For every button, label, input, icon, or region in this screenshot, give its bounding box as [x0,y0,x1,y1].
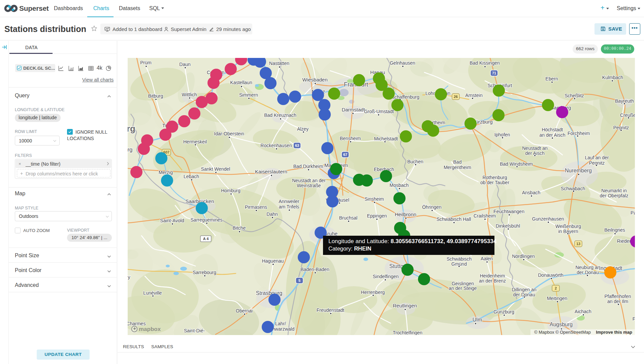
svg-text:Lunéville: Lunéville [143,290,162,296]
svg-text:Kulmbach: Kulmbach [602,75,623,80]
svg-text:mapbox: mapbox [139,326,161,332]
svg-text:Wittlich: Wittlich [182,92,197,97]
svg-text:Ansbach: Ansbach [522,190,540,195]
svg-text:rg: rg [128,124,135,134]
svg-text:Ulm: Ulm [473,317,482,323]
svg-text:Bitburg: Bitburg [148,93,163,99]
svg-text:Aichach: Aichach [575,309,591,314]
svg-text:Charmes: Charmes [128,321,146,326]
svg-text:Weinstraße: Weinstraße [297,183,321,188]
svg-text:Meitingen: Meitingen [547,296,568,301]
svg-text:an der Aisch: an der Aisch [539,132,565,138]
svg-text:Freudenstadt: Freudenstadt [317,307,345,313]
svg-text:Weißenburg: Weißenburg [555,224,581,229]
svg-text:© Mapbox © OpenStreetMap: © Mapbox © OpenStreetMap [534,330,591,335]
svg-text:Augsburg: Augsburg [550,322,573,327]
svg-text:Michelstadt: Michelstadt [374,136,398,141]
svg-text:an der Ilm: an der Ilm [607,299,628,304]
svg-text:Lebach: Lebach [184,174,199,179]
svg-text:Sinsheim: Sinsheim [364,196,384,202]
svg-text:Reutlingen: Reutlingen [393,303,417,308]
svg-text:5: 5 [298,278,300,283]
svg-text:y: y [128,274,130,280]
svg-text:Neustadt an: Neustadt an [522,145,548,151]
svg-text:2: 2 [555,286,557,290]
svg-text:Simmern: Simmern [239,92,258,98]
svg-text:Homburg: Homburg [221,188,240,193]
svg-text:Bad Kissingen: Bad Kissingen [470,60,500,66]
svg-text:Dillingen an: Dillingen an [512,287,536,292]
svg-text:Bad: Bad [453,159,462,165]
svg-text:Nastätten: Nastätten [269,61,289,66]
svg-text:Par: Par [631,210,635,216]
svg-text:Neustadt an der: Neustadt an der [292,178,326,183]
svg-text:Schwäbisch Hall: Schwäbisch Hall [437,217,471,222]
svg-text:Bitche: Bitche [233,225,246,231]
svg-text:Arnstein: Arnstein [465,93,482,98]
svg-text:Sarreguemines: Sarreguemines [191,217,223,223]
svg-text:Kaiserslautern: Kaiserslautern [255,169,287,174]
svg-text:Günzburg: Günzburg [493,309,514,315]
svg-text:Rockenhausen: Rockenhausen [260,143,292,148]
svg-text:Aalen: Aalen [481,256,493,261]
svg-text:Improve this map: Improve this map [596,330,632,335]
svg-text:Pirmasens: Pirmasens [245,204,267,210]
svg-text:Nuremberg: Nuremberg [565,168,592,173]
svg-text:Forchheim: Forchheim [568,131,590,136]
svg-text:Mergentheim: Mergentheim [444,165,471,170]
svg-text:Dahn: Dahn [266,211,278,217]
svg-text:Sindelfingen: Sindelfingen [373,274,398,279]
svg-text:Iphofen: Iphofen [494,132,510,137]
svg-text:Höchstadt: Höchstadt [542,127,563,132]
svg-text:Heilbronn: Heilbronn [395,211,416,217]
svg-text:Annweiler: Annweiler [279,199,299,204]
svg-text:Neumarkt in: Neumarkt in [601,188,626,193]
svg-text:Creußen: Creußen [620,112,635,118]
svg-text:Merzig: Merzig [159,170,173,175]
svg-text:Saint-Dié-: Saint-Dié- [184,328,205,333]
svg-text:67: 67 [343,153,347,157]
svg-text:Donauwörth: Donauwörth [538,272,564,278]
svg-text:Gunzenhausen: Gunzenhausen [532,216,564,222]
svg-text:Wiesbaden: Wiesbaden [302,77,327,82]
svg-text:Idar-Oberstein: Idar-Oberstein [214,131,244,136]
svg-text:ob der Tauber: ob der Tauber [480,180,509,185]
svg-text:Alzey: Alzey [297,126,309,132]
svg-text:Baden-Baden: Baden-Baden [300,267,329,272]
svg-text:an der Steige: an der Steige [449,286,477,291]
svg-text:Dinkelsbühl: Dinkelsbühl [496,223,520,229]
svg-text:rg: rg [128,146,133,153]
svg-text:Bad Kreuznach: Bad Kreuznach [264,112,296,118]
svg-text:Sankt Wendel: Sankt Wendel [201,166,230,172]
svg-text:Groß-Umstadt: Groß-Umstadt [364,109,394,114]
svg-text:Lauf an der: Lauf an der [585,155,609,160]
svg-text:Bensheim: Bensheim [340,136,361,141]
svg-text:Gelnhausen: Gelnhausen [390,60,415,66]
svg-text:Prüm: Prüm [140,60,151,65]
svg-text:Sarrebourg: Sarrebourg [193,270,216,275]
svg-text:Saint-Avold: Saint-Avold [160,218,184,223]
svg-text:Daun: Daun [179,62,190,67]
svg-text:Trochtelfingen: Trochtelfingen [393,330,422,335]
svg-text:Neuburg an: Neuburg an [575,265,600,270]
svg-text:26: 26 [454,95,458,99]
svg-text:Crailsheim: Crailsheim [474,213,496,219]
svg-text:Scheßlitz: Scheßlitz [565,93,584,98]
svg-text:der Donau: der Donau [577,270,599,275]
svg-text:71: 71 [492,71,496,75]
svg-text:F: F [633,316,635,322]
svg-text:Beilngries: Beilngries [604,227,625,233]
svg-text:Nördlingen: Nördlingen [512,254,535,259]
svg-text:Ebern: Ebern [545,76,558,81]
svg-text:Lahr/: Lahr/ [275,321,286,326]
svg-text:an der Brenz: an der Brenz [479,278,506,284]
svg-text:Obernai: Obernai [236,308,253,313]
svg-text:Buchen: Buchen [407,159,423,164]
svg-text:Mosbach: Mosbach [390,183,409,188]
svg-text:Eppingen: Eppingen [367,213,387,219]
svg-text:der Oberpfalz: der Oberpfalz [600,193,629,198]
svg-text:am Trifels: am Trifels [279,204,299,209]
svg-text:Rothenburg: Rothenburg [482,175,507,180]
svg-text:A 4: A 4 [203,237,209,241]
svg-text:Schwäbisch: Schwäbisch [447,256,472,262]
